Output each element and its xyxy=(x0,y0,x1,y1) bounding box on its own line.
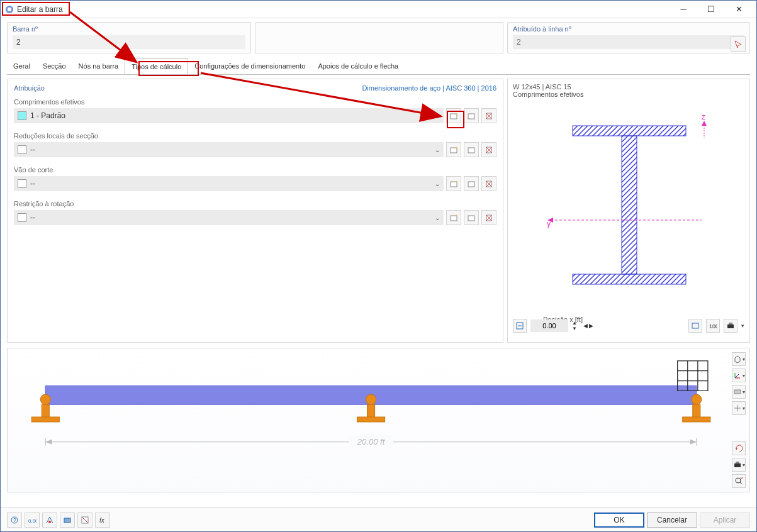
svg-rect-14 xyxy=(451,182,457,187)
svg-rect-16 xyxy=(468,182,474,187)
svg-rect-4 xyxy=(468,114,474,119)
vao-delete-button[interactable] xyxy=(481,176,496,191)
eff-length-label: Comprimentos efetivos xyxy=(14,98,496,106)
section-view-button[interactable]: ▾ xyxy=(732,401,746,415)
spin-down[interactable]: ▼ xyxy=(572,326,577,331)
ok-button[interactable]: OK xyxy=(594,513,644,528)
tab-bar: Geral Secção Nós na barra Tipos de cálcu… xyxy=(1,53,756,75)
svg-rect-10 xyxy=(468,148,474,153)
rotate-button[interactable] xyxy=(732,441,746,455)
preview-print-button[interactable] xyxy=(724,319,737,333)
zoom-reset-button[interactable] xyxy=(732,474,746,488)
svg-text:100: 100 xyxy=(709,323,717,330)
rot-label: Restrição à rotação xyxy=(14,200,496,208)
eff-delete-button[interactable] xyxy=(481,108,496,123)
red-new-button[interactable] xyxy=(446,142,461,157)
section-preview-panel: W 12x45 | AISC 15 Comprimentos efetivos … xyxy=(507,79,750,343)
beam-view[interactable]: 20.00 ft ▾ ▾ ▾ ▾ ▾ xyxy=(7,348,750,492)
svg-point-70 xyxy=(48,521,51,523)
footer: ? 0,00 fx OK Cancelar Aplicar xyxy=(1,507,756,531)
red-delete-button[interactable] xyxy=(481,142,496,157)
tab-seccao[interactable]: Secção xyxy=(36,58,72,75)
svg-rect-37 xyxy=(729,323,732,324)
svg-rect-20 xyxy=(451,216,457,221)
red-label: Reduções locais de secção xyxy=(14,132,496,140)
select-line-button[interactable] xyxy=(731,36,746,52)
position-input[interactable] xyxy=(530,319,568,332)
help-button[interactable]: ? xyxy=(7,513,22,528)
close-button[interactable]: ✕ xyxy=(725,1,753,18)
tab-apoios[interactable]: Apoios de cálculo e flecha xyxy=(311,58,405,75)
svg-rect-48 xyxy=(367,404,375,418)
spin-up[interactable]: ▲ xyxy=(572,320,577,326)
svg-rect-28 xyxy=(573,274,686,284)
rot-colorchip xyxy=(18,213,26,222)
red-edit-button[interactable] xyxy=(464,142,479,157)
svg-rect-59 xyxy=(734,390,741,394)
svg-text:fx: fx xyxy=(99,517,105,524)
eff-colorchip xyxy=(18,111,26,120)
vao-dropdown[interactable]: -- ⌄ xyxy=(14,176,444,191)
eff-length-dropdown[interactable]: 1 - Padrão ⌄ xyxy=(14,108,444,123)
fx-button[interactable]: fx xyxy=(95,513,110,528)
vao-label: Vão de corte xyxy=(14,166,496,174)
maximize-button[interactable]: ☐ xyxy=(697,1,725,18)
svg-point-44 xyxy=(40,394,50,404)
svg-rect-62 xyxy=(736,462,739,463)
rot-edit-button[interactable] xyxy=(464,210,479,225)
display-button[interactable]: ▾ xyxy=(732,385,746,399)
section-canvas[interactable]: z y xyxy=(513,101,744,302)
svg-rect-49 xyxy=(357,417,384,422)
svg-rect-36 xyxy=(727,324,734,328)
svg-marker-15 xyxy=(456,180,458,182)
list-button[interactable] xyxy=(77,513,93,528)
vao-colorchip xyxy=(18,179,26,188)
chevron-down-icon: ⌄ xyxy=(435,214,440,221)
svg-marker-57 xyxy=(690,440,697,445)
vao-new-button[interactable] xyxy=(446,176,461,191)
svg-marker-60 xyxy=(736,448,737,450)
chevron-down-icon: ⌄ xyxy=(435,180,440,187)
step-left[interactable]: ◀ xyxy=(583,323,588,329)
step-right[interactable]: ▶ xyxy=(589,323,593,329)
svg-marker-30 xyxy=(702,121,707,126)
render-button[interactable] xyxy=(60,513,75,528)
svg-rect-61 xyxy=(734,463,741,467)
print-view-button[interactable]: ▾ xyxy=(732,458,746,472)
svg-rect-34 xyxy=(692,323,698,328)
preview-tool-1[interactable] xyxy=(513,319,527,333)
eff-new-button[interactable] xyxy=(446,108,461,123)
pick-button[interactable] xyxy=(42,513,57,528)
preview-subtitle: Comprimentos efetivos xyxy=(513,91,744,98)
design-standard-link[interactable]: Dimensionamento de aço | AISC 360 | 2016 xyxy=(362,84,496,92)
attribution-heading: Atribuição xyxy=(14,84,45,92)
preview-measure-button[interactable]: 100 xyxy=(706,319,720,333)
preview-view-button[interactable] xyxy=(688,319,702,333)
rot-new-button[interactable] xyxy=(446,210,461,225)
red-dropdown[interactable]: -- ⌄ xyxy=(14,142,444,157)
barra-input[interactable] xyxy=(13,35,245,49)
apply-button: Aplicar xyxy=(700,513,750,528)
z-axis-label: z xyxy=(702,113,705,121)
tab-nos[interactable]: Nós na barra xyxy=(72,58,125,75)
units-button[interactable]: 0,00 xyxy=(25,513,40,528)
header-panels: Barra nº Atribuído à linha nº xyxy=(1,18,756,53)
rot-delete-button[interactable] xyxy=(481,210,496,225)
eff-edit-button[interactable] xyxy=(464,108,479,123)
tab-geral[interactable]: Geral xyxy=(7,58,36,75)
view3d-button[interactable]: ▾ xyxy=(732,352,746,366)
tab-config[interactable]: Configurações de dimensionamento xyxy=(188,58,311,75)
tab-tipos-calculo[interactable]: Tipos de cálculo xyxy=(125,58,188,75)
svg-rect-51 xyxy=(693,404,700,418)
vao-edit-button[interactable] xyxy=(464,176,479,191)
rot-dropdown[interactable]: -- ⌄ xyxy=(14,210,444,225)
dropdown-caret[interactable]: ▾ xyxy=(741,323,744,329)
red-colorchip xyxy=(18,145,26,154)
minimize-button[interactable]: ─ xyxy=(670,1,697,18)
svg-rect-46 xyxy=(31,417,59,422)
svg-rect-22 xyxy=(468,216,474,221)
window-title: Editar a barra xyxy=(17,5,670,14)
svg-point-63 xyxy=(736,478,741,483)
cancel-button[interactable]: Cancelar xyxy=(647,513,697,528)
axes-button[interactable]: ▾ xyxy=(732,369,746,382)
